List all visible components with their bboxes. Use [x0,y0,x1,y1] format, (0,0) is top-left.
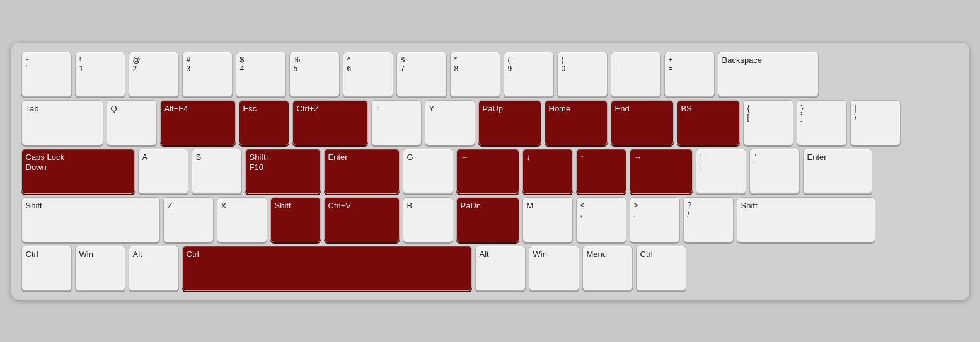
key-shiftf10[interactable]: Shift+ F10 [245,149,321,194]
key-altr[interactable]: Alt [475,246,526,291]
key-tab[interactable]: Tab [21,100,103,145]
key-semicol[interactable]: :; [696,149,746,194]
key-backspace[interactable]: Backspace [718,52,819,97]
key-altf4[interactable]: Alt+F4 [160,100,236,145]
keyboard-row-row2: TabQAlt+F4EscCtrl+ZTYPaUpHomeEndBS{[}]|\ [21,100,959,145]
key-z[interactable]: Z [163,197,214,242]
key-4[interactable]: $4 [236,52,286,97]
key-tilde[interactable]: ~` [21,52,72,97]
key-lt[interactable]: <, [576,197,626,242]
key-arrdown[interactable]: ↓ [522,149,573,194]
key-menu[interactable]: Menu [582,246,633,291]
key-home[interactable]: Home [545,100,608,145]
key-arrup[interactable]: ↑ [576,149,626,194]
key-shiftl[interactable]: Shift [21,197,160,242]
key-rbrace[interactable]: }] [797,100,847,145]
key-8[interactable]: *8 [450,52,500,97]
key-m[interactable]: M [522,197,573,242]
key-arrleft[interactable]: ← [456,149,519,194]
key-7[interactable]: &7 [396,52,447,97]
key-g[interactable]: G [403,149,453,194]
key-space[interactable]: Ctrl [182,246,472,291]
key-ctrlz[interactable]: Ctrl+Z [292,100,368,145]
keyboard-row-row1: ~`!1@2#3$4%5^6&7*8(9)0_-+=Backspace [21,52,959,97]
key-arrright[interactable]: → [630,149,693,194]
key-9[interactable]: (9 [504,52,554,97]
key-s[interactable]: S [192,149,242,194]
key-lbrace[interactable]: {[ [743,100,793,145]
key-winl[interactable]: Win [75,246,125,291]
key-winr[interactable]: Win [529,246,579,291]
key-x[interactable]: X [217,197,267,242]
key-enter_mid[interactable]: Enter [324,149,400,194]
key-quote[interactable]: "' [749,149,800,194]
key-shift_mid[interactable]: Shift [270,197,321,242]
key-shiftr[interactable]: Shift [737,197,875,242]
key-y[interactable]: Y [425,100,475,145]
keyboard: ~`!1@2#3$4%5^6&7*8(9)0_-+=BackspaceTabQA… [11,43,969,300]
key-enter_r[interactable]: Enter [803,149,872,194]
key-b[interactable]: B [403,197,453,242]
key-equal[interactable]: += [664,52,715,97]
key-5[interactable]: %5 [289,52,340,97]
key-0[interactable]: )0 [557,52,608,97]
key-end[interactable]: End [611,100,674,145]
keyboard-row-row4: ShiftZXShiftCtrl+VBPaDnM<,>.?/Shift [21,197,959,242]
key-ctrlv[interactable]: Ctrl+V [324,197,400,242]
key-a[interactable]: A [138,149,188,194]
key-ctrll[interactable]: Ctrl [21,246,72,291]
key-altl[interactable]: Alt [129,246,179,291]
keyboard-row-row3: Caps Lock DownASShift+ F10EnterG←↓↑→:;"'… [21,149,959,194]
key-paup[interactable]: PaUp [478,100,541,145]
key-ctrlr[interactable]: Ctrl [636,246,686,291]
key-esc[interactable]: Esc [239,100,289,145]
key-capslock[interactable]: Caps Lock Down [21,149,135,194]
key-6[interactable]: ^6 [343,52,393,97]
key-1[interactable]: !1 [75,52,125,97]
key-2[interactable]: @2 [129,52,179,97]
keyboard-row-row5: CtrlWinAltCtrlAltWinMenuCtrl [21,246,959,291]
key-pipe[interactable]: |\ [850,100,901,145]
key-gt[interactable]: >. [630,197,680,242]
key-padn[interactable]: PaDn [456,197,519,242]
key-t[interactable]: T [371,100,422,145]
key-minus[interactable]: _- [611,52,661,97]
key-3[interactable]: #3 [182,52,233,97]
key-slash[interactable]: ?/ [683,197,734,242]
key-q[interactable]: Q [107,100,157,145]
key-bs[interactable]: BS [677,100,740,145]
